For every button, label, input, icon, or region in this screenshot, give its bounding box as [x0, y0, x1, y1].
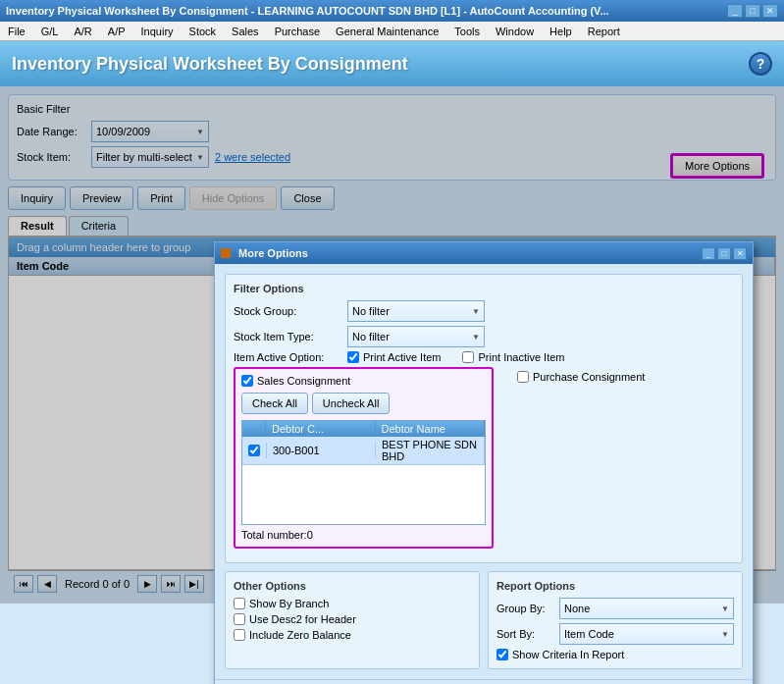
- stock-item-type-combo[interactable]: No filter ▼: [347, 326, 485, 347]
- page-title: Inventory Physical Worksheet By Consignm…: [12, 54, 408, 75]
- other-options-section: Other Options Show By Branch Use Desc2 f…: [225, 571, 480, 669]
- menu-purchase[interactable]: Purchase: [271, 25, 324, 38]
- use-desc2-checkbox[interactable]: [234, 613, 245, 625]
- sort-by-arrow: ▼: [721, 630, 729, 639]
- stock-group-row: Stock Group: No filter ▼: [234, 300, 734, 322]
- include-zero-balance-checkbox[interactable]: [234, 629, 245, 641]
- sales-consignment-checkbox[interactable]: [241, 375, 253, 387]
- consignment-row-debtor-name: BEST PHONE SDN BHD: [376, 437, 485, 464]
- sales-consignment-label: Sales Consignment: [257, 375, 350, 387]
- modal-content: Filter Options Stock Group: No filter ▼ …: [215, 264, 753, 679]
- stock-item-type-label: Stock Item Type:: [234, 331, 341, 342]
- show-by-branch-checkbox[interactable]: [234, 598, 245, 609]
- title-bar: Inventory Physical Worksheet By Consignm…: [0, 0, 784, 22]
- menu-stock[interactable]: Stock: [185, 25, 221, 38]
- stock-group-combo[interactable]: No filter ▼: [347, 300, 485, 322]
- print-inactive-item-text: Print Inactive Item: [478, 351, 564, 363]
- uncheck-all-button[interactable]: Uncheck All: [312, 393, 390, 414]
- modal-title-bar: More Options _ □ ✕: [215, 242, 753, 264]
- stock-group-label: Stock Group:: [234, 305, 341, 317]
- consignment-row-debtor-code: 300-B001: [267, 443, 376, 458]
- main-content: Basic Filter Date Range: 10/09/2009 ▼ St…: [0, 86, 784, 604]
- title-bar-text: Inventory Physical Worksheet By Consignm…: [6, 5, 609, 17]
- menu-sales[interactable]: Sales: [228, 25, 263, 38]
- consignment-table: Debtor C... Debtor Name 300-B001 BEST PH…: [241, 420, 486, 525]
- modal-title-text: More Options: [221, 247, 308, 259]
- sort-by-combo[interactable]: Item Code ▼: [559, 623, 734, 645]
- minimize-btn[interactable]: _: [727, 4, 743, 18]
- sort-by-row: Sort By: Item Code ▼: [497, 623, 734, 645]
- group-by-label: Group By:: [497, 603, 555, 614]
- more-options-modal: More Options _ □ ✕ Filter Options Stock …: [214, 241, 754, 684]
- report-options-header: Report Options: [497, 580, 734, 592]
- menu-report[interactable]: Report: [584, 25, 624, 38]
- consignment-row-check: [242, 443, 267, 458]
- report-options-section: Report Options Group By: None ▼ Sort By:…: [488, 571, 743, 669]
- menu-file[interactable]: File: [4, 25, 29, 38]
- stock-group-arrow: ▼: [472, 307, 480, 316]
- print-inactive-item-checkbox[interactable]: [462, 351, 474, 363]
- menu-ar[interactable]: A/R: [70, 25, 95, 38]
- bottom-sections: Other Options Show By Branch Use Desc2 f…: [225, 571, 743, 669]
- show-by-branch-text: Show By Branch: [249, 598, 329, 609]
- menu-tools[interactable]: Tools: [450, 25, 484, 38]
- modal-footer: OK Cancel: [215, 679, 753, 684]
- purchase-consignment-section: Purchase Consignment: [513, 367, 649, 387]
- stock-item-type-arrow: ▼: [472, 333, 480, 342]
- show-criteria-checkbox[interactable]: [497, 649, 508, 660]
- sort-by-label: Sort By:: [497, 628, 555, 640]
- item-active-option-label: Item Active Option:: [234, 351, 341, 363]
- menu-inquiry[interactable]: Inquiry: [137, 25, 178, 38]
- menu-bar: File G/L A/R A/P Inquiry Stock Sales Pur…: [0, 22, 784, 41]
- print-inactive-item-label: Print Inactive Item: [462, 351, 564, 363]
- other-options-header: Other Options: [234, 580, 471, 592]
- consignment-col-check: [242, 421, 266, 437]
- modal-maximize-btn[interactable]: □: [717, 247, 731, 260]
- use-desc2-label: Use Desc2 for Header: [234, 613, 471, 625]
- consignment-table-header: Debtor C... Debtor Name: [242, 421, 485, 437]
- stock-item-type-value: No filter: [352, 331, 390, 342]
- consignment-empty-space: [242, 465, 485, 524]
- menu-window[interactable]: Window: [492, 25, 538, 38]
- consignment-col-debtor-name: Debtor Name: [376, 421, 486, 437]
- consignment-table-row[interactable]: 300-B001 BEST PHONE SDN BHD: [242, 437, 485, 465]
- maximize-btn[interactable]: □: [745, 4, 760, 18]
- check-all-button[interactable]: Check All: [241, 393, 308, 414]
- stock-item-type-row: Stock Item Type: No filter ▼: [234, 326, 734, 347]
- purchase-consignment-checkbox[interactable]: [517, 371, 529, 383]
- menu-ap[interactable]: A/P: [104, 25, 130, 38]
- filter-options-section: Filter Options Stock Group: No filter ▼ …: [225, 274, 743, 563]
- print-active-item-text: Print Active Item: [363, 351, 441, 363]
- show-criteria-label: Show Criteria In Report: [497, 649, 734, 660]
- modal-close-btn[interactable]: ✕: [733, 247, 747, 260]
- purchase-consignment-label: Purchase Consignment: [517, 371, 645, 383]
- group-by-combo[interactable]: None ▼: [559, 598, 734, 619]
- consignment-row-checkbox[interactable]: [248, 445, 260, 456]
- modal-icon: [221, 248, 231, 258]
- include-zero-balance-label: Include Zero Balance: [234, 629, 471, 641]
- filter-options-header: Filter Options: [234, 283, 734, 294]
- sales-consignment-header: Sales Consignment: [241, 375, 486, 387]
- show-criteria-text: Show Criteria In Report: [512, 649, 624, 660]
- group-by-row: Group By: None ▼: [497, 598, 734, 619]
- show-by-branch-label: Show By Branch: [234, 598, 471, 609]
- sort-by-value: Item Code: [564, 628, 614, 640]
- page-header: Inventory Physical Worksheet By Consignm…: [0, 41, 784, 86]
- menu-help[interactable]: Help: [546, 25, 576, 38]
- modal-minimize-btn[interactable]: _: [702, 247, 715, 260]
- print-active-item-label: Print Active Item: [347, 351, 441, 363]
- group-by-arrow: ▼: [721, 605, 729, 613]
- item-active-option-row: Item Active Option: Print Active Item Pr…: [234, 351, 734, 363]
- title-bar-controls: _ □ ✕: [727, 4, 778, 18]
- purchase-consignment-text: Purchase Consignment: [533, 371, 645, 383]
- group-by-value: None: [564, 603, 590, 614]
- close-btn[interactable]: ✕: [762, 4, 778, 18]
- include-zero-balance-text: Include Zero Balance: [249, 629, 351, 641]
- help-button[interactable]: ?: [749, 52, 772, 76]
- consignment-col-debtor-code: Debtor C...: [266, 421, 376, 437]
- print-active-item-checkbox[interactable]: [347, 351, 359, 363]
- menu-gl[interactable]: G/L: [37, 25, 63, 38]
- modal-controls: _ □ ✕: [702, 247, 747, 260]
- sales-consignment-section: Sales Consignment Check All Uncheck All …: [234, 367, 494, 549]
- menu-general-maintenance[interactable]: General Maintenance: [332, 25, 443, 38]
